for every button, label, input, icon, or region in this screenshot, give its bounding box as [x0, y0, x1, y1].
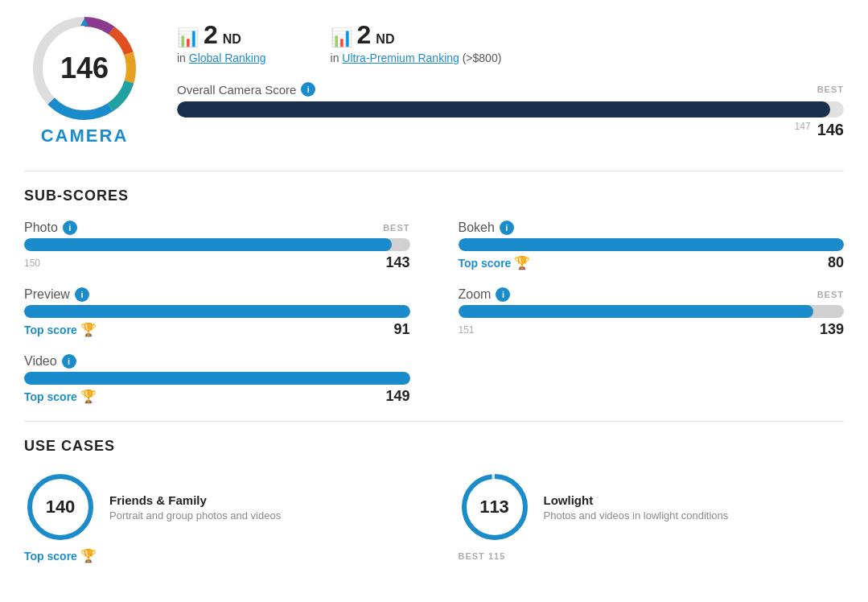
- video-value-row: Top score 🏆 149: [24, 388, 410, 405]
- ultra-rank-position: 2: [357, 20, 372, 50]
- lowlight-score: 113: [479, 497, 509, 517]
- ranking-top-global: 📊 2ND: [177, 20, 266, 50]
- friends-family-name: Friends & Family: [109, 493, 281, 507]
- global-ranking-link[interactable]: Global Ranking: [189, 52, 266, 64]
- camera-label: CAMERA: [41, 126, 129, 146]
- preview-trophy: 🏆: [80, 322, 97, 337]
- photo-name: Photo: [24, 221, 58, 235]
- global-rank-label: in Global Ranking: [177, 52, 266, 64]
- zoom-best-label: BEST: [817, 290, 844, 299]
- lowlight-top: 113 Lowlight Photos and videos in lowlig…: [459, 471, 729, 543]
- subscores-grid: Photo i BEST 150 143 Bokeh i: [24, 221, 844, 405]
- ultra-rank-extra: (>$800): [463, 52, 502, 64]
- photo-best-value: 150: [24, 258, 40, 269]
- use-cases-grid: 140 Friends & Family Portrait and group …: [24, 471, 844, 563]
- subscore-video: Video i Top score 🏆 149: [24, 354, 410, 405]
- preview-name-group: Preview i: [24, 287, 89, 302]
- friends-family-bottom: Top score 🏆: [24, 548, 97, 563]
- lowlight-bottom: BEST 115: [459, 548, 506, 563]
- overall-score-label-row: Overall Camera Score i BEST: [177, 82, 844, 97]
- zoom-info-icon[interactable]: i: [496, 287, 510, 302]
- overall-best-value: 147: [795, 121, 811, 139]
- overall-score-value-row: 147 146: [177, 121, 844, 139]
- subscore-preview: Preview i Top score 🏆 91: [24, 287, 410, 338]
- main-score-container: 146 CAMERA: [24, 16, 145, 146]
- friends-family-top: 140 Friends & Family Portrait and group …: [24, 471, 281, 543]
- photo-name-group: Photo i: [24, 221, 77, 235]
- video-bar: [24, 372, 410, 385]
- video-trophy: 🏆: [80, 389, 97, 404]
- subscores-section: SUB-SCORES Photo i BEST 150 143: [24, 188, 844, 405]
- friends-family-info: Friends & Family Portrait and group phot…: [109, 493, 281, 522]
- photo-bar-fill: [24, 238, 392, 251]
- use-cases-section: USE CASES 140 Friends & Family Portrait …: [24, 438, 844, 563]
- video-top-score: Top score 🏆: [24, 389, 97, 404]
- bokeh-header: Bokeh i: [459, 221, 845, 235]
- zoom-name-group: Zoom i: [459, 287, 511, 302]
- overall-score-fill: [177, 101, 830, 118]
- bar-chart-icon-global: 📊: [177, 27, 199, 48]
- bokeh-bar-fill: [459, 238, 845, 251]
- photo-score-value: 143: [385, 254, 409, 271]
- preview-bar-fill: [24, 305, 410, 318]
- video-header: Video i: [24, 354, 410, 369]
- zoom-best-value: 151: [459, 324, 475, 336]
- lowlight-circle: 113: [459, 471, 531, 543]
- ranking-top-ultra: 📊 2ND: [331, 20, 502, 50]
- overall-score-bar: [177, 101, 844, 118]
- preview-info-icon[interactable]: i: [75, 287, 89, 302]
- friends-family-desc: Portrait and group photos and videos: [109, 509, 281, 522]
- score-ring: 146: [32, 16, 137, 121]
- preview-bar: [24, 305, 410, 318]
- preview-score-value: 91: [393, 321, 409, 338]
- rankings-section: 📊 2ND in Global Ranking 📊 2ND in Ultra-P…: [177, 16, 844, 139]
- lowlight-best-label: BEST 115: [459, 551, 506, 561]
- section-divider-1: [24, 171, 844, 171]
- zoom-bar: [459, 305, 845, 318]
- zoom-score-value: 139: [820, 321, 844, 338]
- lowlight-desc: Photos and videos in lowlight conditions: [544, 509, 729, 522]
- zoom-value-row: 151 139: [459, 321, 845, 338]
- overall-score-label-left: Overall Camera Score i: [177, 82, 315, 97]
- overall-info-icon[interactable]: i: [301, 82, 315, 97]
- subscores-title: SUB-SCORES: [24, 188, 844, 204]
- main-score-value: 146: [60, 52, 109, 85]
- zoom-bar-fill: [459, 305, 814, 318]
- video-info-icon[interactable]: i: [62, 354, 76, 369]
- video-score-value: 149: [385, 388, 409, 405]
- bokeh-name: Bokeh: [459, 221, 495, 235]
- overall-score-section: Overall Camera Score i BEST 147 146: [177, 82, 844, 139]
- bokeh-bar: [459, 238, 845, 251]
- overall-score-text: Overall Camera Score: [177, 83, 296, 97]
- header-section: 146 CAMERA 📊 2ND in Global Ranking 📊 2ND: [24, 16, 844, 146]
- ultra-ranking-link[interactable]: Ultra-Premium Ranking: [342, 52, 459, 64]
- bokeh-info-icon[interactable]: i: [500, 221, 514, 235]
- lowlight-name: Lowlight: [544, 493, 729, 507]
- friends-family-score: 140: [46, 497, 76, 517]
- photo-best-label: BEST: [383, 223, 409, 233]
- preview-value-row: Top score 🏆 91: [24, 321, 410, 338]
- friends-family-top-score: Top score 🏆: [24, 548, 97, 563]
- overall-score-value: 146: [817, 121, 844, 139]
- video-name-group: Video i: [24, 354, 76, 369]
- use-cases-title: USE CASES: [24, 438, 844, 455]
- subscore-zoom: Zoom i BEST 151 139: [459, 287, 845, 338]
- video-name: Video: [24, 354, 57, 369]
- use-case-lowlight: 113 Lowlight Photos and videos in lowlig…: [459, 471, 845, 563]
- photo-info-icon[interactable]: i: [63, 221, 77, 235]
- bokeh-name-group: Bokeh i: [459, 221, 514, 235]
- section-divider-2: [24, 421, 844, 422]
- photo-bar: [24, 238, 410, 251]
- subscore-photo: Photo i BEST 150 143: [24, 221, 410, 271]
- preview-name: Preview: [24, 287, 70, 302]
- bokeh-top-score: Top score 🏆: [459, 255, 531, 270]
- zoom-name: Zoom: [459, 287, 492, 302]
- global-rank-suffix: ND: [223, 32, 241, 47]
- use-case-friends-family: 140 Friends & Family Portrait and group …: [24, 471, 410, 563]
- photo-value-row: 150 143: [24, 254, 410, 271]
- bokeh-score-value: 80: [828, 254, 844, 271]
- overall-best-label: BEST: [817, 85, 844, 94]
- ranking-row: 📊 2ND in Global Ranking 📊 2ND in Ultra-P…: [177, 20, 844, 64]
- ultra-premium-ranking: 📊 2ND in Ultra-Premium Ranking (>$800): [331, 20, 502, 64]
- global-rank-position: 2: [204, 20, 218, 50]
